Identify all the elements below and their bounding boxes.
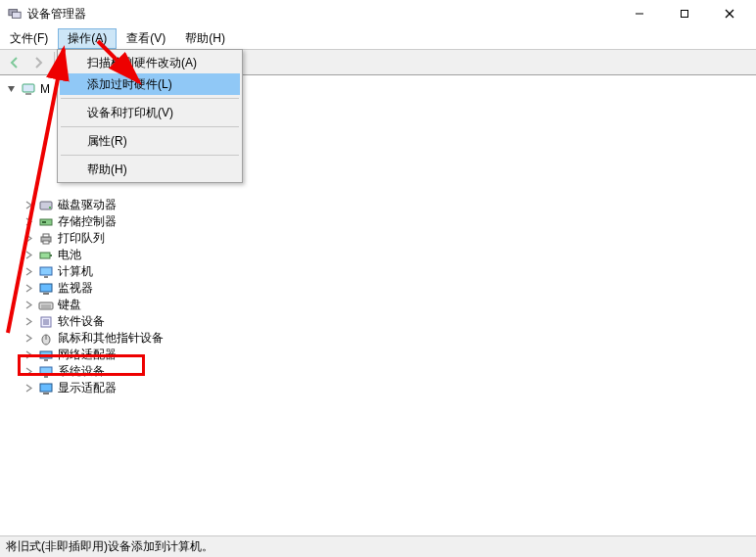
expander-down-icon[interactable] — [6, 83, 17, 94]
keyboard-icon — [38, 298, 54, 313]
tree-item-label: 鼠标和其他指针设备 — [58, 330, 164, 347]
dropdown-separator — [61, 98, 239, 99]
titlebar-left: 设备管理器 — [4, 6, 86, 23]
svg-rect-32 — [40, 384, 52, 392]
app-icon — [8, 7, 22, 21]
chevron-right-icon[interactable] — [24, 233, 34, 244]
desktop-icon — [38, 264, 54, 280]
statusbar-text: 将旧式(非即插即用)设备添加到计算机。 — [6, 538, 213, 555]
battery-icon — [38, 248, 54, 263]
svg-rect-17 — [40, 267, 52, 275]
svg-rect-3 — [682, 11, 688, 18]
chevron-right-icon[interactable] — [24, 366, 34, 377]
menu-devices-printers[interactable]: 设备和打印机(V) — [60, 102, 240, 123]
tree-item-label: 打印队列 — [58, 230, 105, 247]
mouse-icon — [38, 331, 54, 347]
tree-item-system[interactable]: 系统设备 — [6, 363, 756, 380]
menu-file[interactable]: 文件(F) — [0, 28, 58, 49]
window-title: 设备管理器 — [27, 6, 86, 23]
tree-item-keyboard[interactable]: 键盘 — [6, 297, 756, 313]
svg-rect-29 — [44, 359, 48, 361]
tree-root-label: M — [40, 82, 50, 96]
svg-rect-14 — [43, 241, 49, 244]
menu-view[interactable]: 查看(V) — [117, 28, 175, 49]
system-icon — [38, 364, 54, 380]
window-controls — [617, 0, 752, 27]
tree-item-storage[interactable]: 存储控制器 — [6, 213, 756, 230]
tree-item-label: 电池 — [58, 247, 81, 263]
tree-item-network[interactable]: 网络适配器 — [6, 347, 756, 363]
tree-item-label: 软件设备 — [58, 313, 105, 330]
svg-rect-15 — [40, 253, 50, 258]
svg-point-9 — [49, 207, 51, 209]
tree-item-label: 显示适配器 — [58, 380, 117, 396]
tree-item-label: 存储控制器 — [58, 213, 117, 230]
tree-item-software[interactable]: 软件设备 — [6, 313, 756, 330]
svg-rect-13 — [43, 234, 49, 237]
software-icon — [38, 314, 54, 330]
chevron-right-icon[interactable] — [24, 383, 34, 394]
statusbar: 将旧式(非即插即用)设备添加到计算机。 — [0, 535, 756, 557]
tree-item-computer[interactable]: 计算机 — [6, 263, 756, 280]
titlebar: 设备管理器 — [0, 0, 756, 27]
svg-rect-25 — [43, 319, 49, 325]
chevron-right-icon[interactable] — [24, 216, 34, 227]
tree-item-battery[interactable]: 电池 — [6, 247, 756, 263]
svg-rect-20 — [43, 293, 49, 295]
chevron-right-icon[interactable] — [24, 300, 34, 310]
action-dropdown: 扫描检测硬件改动(A) 添加过时硬件(L) 设备和打印机(V) 属性(R) 帮助… — [57, 49, 243, 183]
tree-item-label: 键盘 — [58, 297, 81, 313]
minimize-button[interactable] — [617, 0, 662, 27]
menu-properties[interactable]: 属性(R) — [60, 130, 240, 152]
tree-item-monitor[interactable]: 监视器 — [6, 280, 756, 297]
tree-item-label: 监视器 — [58, 280, 93, 297]
tree-item-label: 计算机 — [58, 263, 93, 280]
menu-add-legacy-hardware[interactable]: 添加过时硬件(L) — [60, 73, 240, 95]
svg-rect-18 — [44, 276, 48, 278]
svg-rect-31 — [44, 376, 48, 378]
chevron-right-icon[interactable] — [24, 266, 34, 277]
svg-rect-33 — [43, 393, 49, 395]
toolbar-separator — [54, 52, 55, 73]
menu-help[interactable]: 帮助(H) — [175, 28, 235, 49]
tree-item-label: 磁盘驱动器 — [58, 197, 117, 213]
close-button[interactable] — [707, 0, 752, 27]
chevron-right-icon[interactable] — [24, 333, 34, 344]
tree-item-disk[interactable]: 磁盘驱动器 — [6, 197, 756, 213]
svg-rect-11 — [42, 221, 46, 223]
svg-rect-6 — [23, 84, 34, 92]
chevron-right-icon[interactable] — [24, 250, 34, 260]
tree-item-label: 系统设备 — [58, 363, 105, 380]
chevron-right-icon[interactable] — [24, 283, 34, 294]
svg-rect-7 — [25, 93, 31, 95]
computer-icon — [21, 81, 36, 97]
svg-rect-28 — [40, 351, 52, 358]
svg-rect-30 — [40, 367, 52, 375]
tree-item-printer[interactable]: 打印队列 — [6, 230, 756, 247]
dropdown-separator — [61, 126, 239, 127]
display-icon — [38, 381, 54, 396]
maximize-button[interactable] — [662, 0, 707, 27]
tree-item-display[interactable]: 显示适配器 — [6, 380, 756, 396]
tree-item-mouse[interactable]: 鼠标和其他指针设备 — [6, 330, 756, 347]
dropdown-separator — [61, 155, 239, 156]
svg-rect-19 — [40, 284, 52, 292]
monitor-icon — [38, 281, 54, 297]
menu-action[interactable]: 操作(A) — [58, 28, 117, 49]
menu-scan-hardware[interactable]: 扫描检测硬件改动(A) — [60, 52, 240, 73]
back-button[interactable] — [4, 52, 25, 73]
chevron-right-icon[interactable] — [24, 316, 34, 327]
disk-icon — [38, 198, 54, 213]
chevron-right-icon[interactable] — [24, 200, 34, 210]
forward-button[interactable] — [27, 52, 49, 73]
storage-icon — [38, 214, 54, 230]
menubar: 文件(F) 操作(A) 查看(V) 帮助(H) — [0, 27, 756, 49]
svg-rect-16 — [50, 255, 52, 256]
network-icon — [38, 348, 54, 363]
menu-help[interactable]: 帮助(H) — [60, 159, 240, 180]
printer-icon — [38, 231, 54, 247]
tree-item-label: 网络适配器 — [58, 347, 117, 363]
chevron-right-icon[interactable] — [24, 349, 34, 360]
svg-rect-1 — [12, 12, 21, 18]
